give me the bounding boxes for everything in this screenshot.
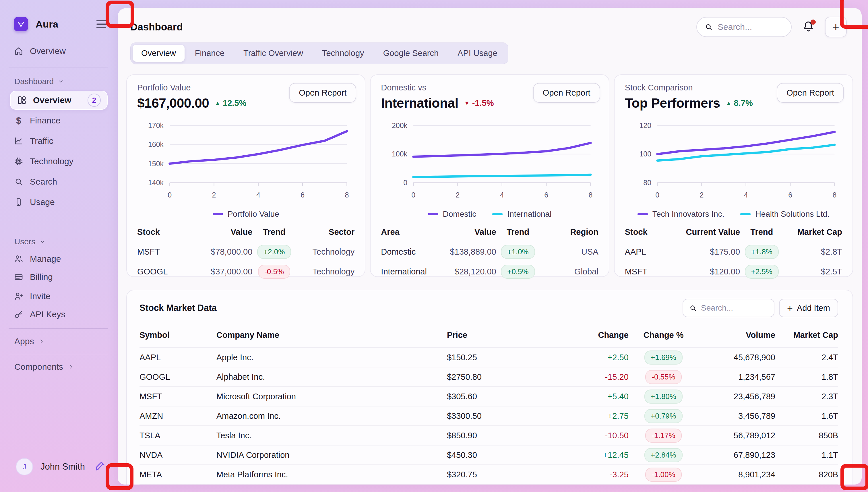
- search-icon: [704, 23, 713, 31]
- sidebar-item-overview-home[interactable]: Overview: [14, 43, 106, 59]
- sidebar-item-technology[interactable]: Technology: [14, 153, 106, 169]
- overview-count-badge: 2: [88, 94, 101, 107]
- open-report-button[interactable]: Open Report: [533, 83, 600, 103]
- svg-text:200k: 200k: [392, 121, 407, 129]
- table-row[interactable]: GOOGL$37,000.00-0.5%Technology: [137, 262, 354, 281]
- card-domestic-international: Domestic vs International ▼-1.5% Open Re…: [370, 74, 609, 277]
- chevron-down-icon: [58, 78, 64, 85]
- change-value: -3.25: [610, 470, 628, 479]
- search-icon: [14, 177, 24, 187]
- sidebar-item-overview[interactable]: Overview 2: [10, 91, 108, 109]
- table-row[interactable]: AAPL$175.00+1.8%$2.8T: [625, 242, 842, 262]
- open-report-button[interactable]: Open Report: [289, 83, 356, 103]
- table-row[interactable]: TSLATesla Inc.$850.90-10.50-1.17%56,789,…: [140, 426, 838, 445]
- table-row[interactable]: MSFTMicrosoft Corporation$305.60+5.40+1.…: [140, 387, 838, 406]
- trend-pill: +1.69%: [644, 350, 683, 365]
- portfolio-value-chart: 170k160k150k140k02468: [137, 118, 354, 201]
- svg-text:8: 8: [589, 191, 593, 199]
- sidebar-link-apps[interactable]: Apps: [14, 337, 45, 346]
- table-row[interactable]: MSFT$120.00+2.5%$2.5T: [625, 262, 842, 281]
- sidebar-link-components[interactable]: Components: [14, 362, 74, 372]
- sidebar-group-users[interactable]: Users: [14, 237, 46, 246]
- trend-pill: +2.5%: [745, 265, 779, 279]
- legend-item: Health Solutions Ltd.: [740, 210, 829, 219]
- aura-logo-icon: [14, 17, 28, 31]
- table-row[interactable]: AMZNAmazon.com Inc.$3300.50+2.75+0.79%3,…: [140, 406, 838, 426]
- users-icon: [14, 254, 24, 264]
- trend-pill: -0.55%: [645, 370, 681, 384]
- chart-legend: Portfolio Value: [137, 210, 354, 219]
- sidebar-item-api-keys[interactable]: API Keys: [14, 306, 106, 322]
- user-profile[interactable]: J John Smith: [16, 458, 106, 476]
- add-item-button[interactable]: + Add Item: [779, 299, 838, 317]
- chevron-down-icon: [39, 239, 46, 245]
- svg-text:160k: 160k: [148, 140, 164, 148]
- avatar: J: [16, 458, 33, 475]
- line-chart-icon: [14, 136, 24, 146]
- legend-color-dash: [638, 213, 648, 215]
- notifications-bell-icon[interactable]: [802, 20, 815, 34]
- stock-market-table: Symbol Company Name Price Change Change …: [140, 325, 838, 485]
- sidebar-item-traffic[interactable]: Traffic: [14, 133, 106, 149]
- theme-paintbrush-icon[interactable]: [95, 461, 106, 473]
- tab-google-search[interactable]: Google Search: [375, 45, 447, 62]
- svg-text:4: 4: [744, 191, 748, 199]
- tab-technology[interactable]: Technology: [314, 45, 373, 62]
- svg-text:2: 2: [456, 191, 460, 199]
- table-search: [683, 299, 774, 317]
- svg-text:0: 0: [412, 191, 416, 199]
- sidebar-item-search[interactable]: Search: [14, 174, 106, 190]
- annotation-box-top-left: [106, 1, 134, 28]
- table-row[interactable]: Domestic$138,889.00+1.0%USA: [381, 242, 598, 262]
- svg-text:140k: 140k: [148, 178, 164, 187]
- notification-dot: [811, 20, 816, 25]
- key-icon: [14, 310, 24, 319]
- search-input[interactable]: [718, 22, 784, 32]
- sidebar-item-usage[interactable]: Usage: [14, 194, 106, 210]
- table-row[interactable]: NVDANVIDIA Corporation$450.30+12.45+2.84…: [140, 445, 838, 465]
- stock-market-data-section: Stock Market Data + Add Item Symbol Comp…: [126, 290, 853, 485]
- table-row[interactable]: NFLXNetflix Inc.$480.20+9.90+1.89%4,567,…: [140, 484, 838, 485]
- svg-text:120: 120: [639, 121, 651, 129]
- table-row[interactable]: MSFT$78,000.00+2.0%Technology: [137, 242, 354, 262]
- svg-text:4: 4: [256, 191, 261, 199]
- trend-pill: -0.5%: [258, 265, 290, 279]
- main-content: Dashboard + Overview Finance Traffic Ove…: [118, 8, 862, 485]
- tab-overview[interactable]: Overview: [132, 45, 184, 62]
- card-value: International: [381, 95, 458, 111]
- svg-text:150k: 150k: [148, 159, 164, 168]
- table-search-input[interactable]: [701, 303, 768, 313]
- table-row[interactable]: GOOGLAlphabet Inc.$2750.80-15.20-0.55%1,…: [140, 367, 838, 387]
- table-row[interactable]: AAPLApple Inc.$150.25+2.50+1.69%45,678,9…: [140, 348, 838, 367]
- dollar-icon: $: [14, 115, 24, 126]
- table-row[interactable]: METAMeta Platforms Inc.$320.75-3.25-1.00…: [140, 465, 838, 484]
- svg-text:0: 0: [403, 178, 407, 187]
- open-report-button[interactable]: Open Report: [777, 83, 844, 103]
- sidebar-item-invite[interactable]: Invite: [14, 288, 106, 304]
- search-icon: [689, 304, 697, 312]
- card-stock-comparison: Stock Comparison Top Performers ▲8.7% Op…: [614, 74, 853, 277]
- table-row[interactable]: International$28,120.00+0.5%Global: [381, 262, 598, 281]
- sidebar-item-manage[interactable]: Manage: [14, 251, 106, 267]
- legend-color-dash: [213, 213, 223, 215]
- tab-traffic-overview[interactable]: Traffic Overview: [235, 45, 312, 62]
- svg-text:80: 80: [643, 178, 651, 187]
- card-portfolio-value: Portfolio Value $167,000.00 ▲12.5% Open …: [126, 74, 365, 277]
- sidebar-item-finance[interactable]: $ Finance: [14, 113, 106, 129]
- sidebar-group-dashboard[interactable]: Dashboard: [14, 77, 64, 86]
- domestic-international-chart: 200k100k002468: [381, 118, 598, 201]
- stock-comparison-chart: 1201008002468: [625, 118, 842, 201]
- sidebar-item-billing[interactable]: Billing: [14, 269, 106, 285]
- hamburger-menu-icon[interactable]: [96, 20, 106, 28]
- svg-text:8: 8: [345, 191, 349, 199]
- tab-finance[interactable]: Finance: [186, 45, 233, 62]
- mobile-device-icon: [14, 197, 24, 207]
- sidebar-divider: [8, 67, 108, 68]
- tab-api-usage[interactable]: API Usage: [449, 45, 506, 62]
- annotation-box-bottom-right: [840, 464, 868, 490]
- change-value: +2.50: [607, 353, 628, 362]
- annotation-box-top-right: [840, 0, 868, 29]
- legend-item: Domestic: [428, 210, 476, 219]
- svg-text:100k: 100k: [392, 150, 407, 158]
- sidebar: Aura Overview Dashboard Overview 2 $ Fin…: [0, 0, 118, 492]
